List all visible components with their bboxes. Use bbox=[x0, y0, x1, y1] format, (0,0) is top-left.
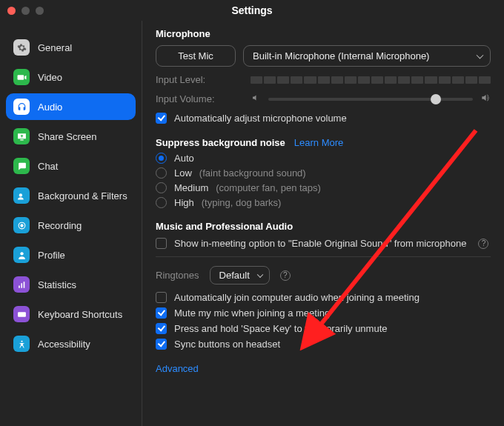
background-filters-icon bbox=[13, 187, 30, 204]
sidebar-item-label: Recording bbox=[38, 220, 82, 231]
sidebar-item-label: Share Screen bbox=[38, 131, 97, 142]
noise-high-label: High bbox=[174, 197, 194, 208]
suppress-noise-heading: Suppress background noise bbox=[156, 137, 285, 148]
svg-point-0 bbox=[19, 193, 21, 196]
noise-medium-hint: (computer fan, pen taps) bbox=[216, 182, 321, 193]
input-volume-slider[interactable] bbox=[268, 93, 473, 105]
help-icon[interactable]: ? bbox=[280, 270, 291, 281]
original-sound-label: Show in-meeting option to "Enable Origin… bbox=[174, 238, 466, 249]
sidebar-item-recording[interactable]: Recording bbox=[6, 212, 136, 239]
accessibility-icon bbox=[13, 336, 30, 352]
window-title: Settings bbox=[0, 4, 504, 16]
original-sound-checkbox[interactable] bbox=[156, 238, 167, 249]
sidebar-item-label: Background & Filters bbox=[38, 190, 127, 202]
auto-adjust-volume-checkbox[interactable] bbox=[156, 113, 167, 124]
sidebar-item-label: Chat bbox=[38, 161, 58, 172]
video-icon bbox=[13, 69, 30, 85]
sidebar-item-background-filters[interactable]: Background & Filters bbox=[6, 182, 136, 209]
volume-high-icon bbox=[480, 93, 491, 105]
svg-point-2 bbox=[20, 224, 22, 226]
space-unmute-checkbox[interactable] bbox=[156, 323, 167, 334]
recording-icon bbox=[13, 217, 30, 233]
sidebar-item-profile[interactable]: Profile bbox=[6, 242, 136, 268]
sidebar-item-label: Keyboard Shortcuts bbox=[38, 309, 122, 320]
gear-icon bbox=[13, 39, 30, 56]
auto-join-audio-checkbox[interactable] bbox=[156, 292, 167, 303]
statistics-icon bbox=[13, 276, 30, 293]
auto-join-audio-label: Automatically join computer audio when j… bbox=[174, 292, 420, 303]
share-screen-icon bbox=[13, 128, 30, 144]
input-level-label: Input Level: bbox=[156, 74, 243, 85]
sidebar-item-label: Audio bbox=[38, 101, 62, 113]
advanced-link[interactable]: Advanced bbox=[156, 363, 199, 374]
volume-low-icon bbox=[251, 93, 261, 104]
input-level-meter bbox=[251, 76, 491, 84]
sidebar-item-label: Profile bbox=[38, 250, 65, 261]
noise-low-hint: (faint background sound) bbox=[199, 167, 306, 179]
microphone-heading: Microphone bbox=[156, 28, 491, 39]
sync-headset-checkbox[interactable] bbox=[156, 339, 167, 350]
noise-medium-radio[interactable] bbox=[156, 182, 167, 193]
space-unmute-label: Press and hold 'Space Key' to temporaril… bbox=[174, 323, 388, 334]
sidebar-item-label: General bbox=[38, 42, 72, 53]
noise-low-radio[interactable] bbox=[156, 167, 167, 179]
learn-more-link[interactable]: Learn More bbox=[294, 137, 343, 148]
sidebar-item-share-screen[interactable]: Share Screen bbox=[6, 123, 136, 150]
test-mic-button[interactable]: Test Mic bbox=[156, 45, 236, 67]
sync-headset-label: Sync buttons on headset bbox=[174, 339, 280, 350]
sidebar-item-label: Statistics bbox=[38, 279, 76, 290]
svg-rect-4 bbox=[18, 312, 26, 317]
sidebar-item-general[interactable]: General bbox=[6, 34, 136, 61]
sidebar-item-label: Accessibility bbox=[38, 339, 90, 350]
ringtones-select[interactable]: Default bbox=[210, 266, 270, 284]
noise-medium-label: Medium bbox=[174, 182, 208, 193]
sidebar: General Video Audio Share Screen Chat bbox=[0, 21, 142, 426]
profile-icon bbox=[13, 247, 30, 263]
music-audio-heading: Music and Professional Audio bbox=[156, 221, 491, 232]
microphone-device-value: Built-in Microphone (Internal Microphone… bbox=[253, 50, 429, 61]
keyboard-icon bbox=[13, 306, 30, 322]
sidebar-item-label: Video bbox=[38, 72, 62, 83]
sidebar-item-keyboard-shortcuts[interactable]: Keyboard Shortcuts bbox=[6, 301, 136, 327]
help-icon[interactable]: ? bbox=[478, 239, 488, 249]
chat-icon bbox=[13, 158, 30, 174]
auto-adjust-volume-label: Automatically adjust microphone volume bbox=[174, 113, 347, 124]
ringtones-label: Ringtones bbox=[156, 270, 199, 281]
noise-auto-label: Auto bbox=[174, 153, 194, 164]
mute-on-join-label: Mute my mic when joining a meeting bbox=[174, 307, 330, 319]
input-volume-label: Input Volume: bbox=[156, 93, 243, 104]
divider bbox=[156, 256, 491, 257]
svg-point-5 bbox=[21, 340, 22, 342]
microphone-device-select[interactable]: Built-in Microphone (Internal Microphone… bbox=[243, 45, 491, 67]
headphones-icon bbox=[13, 99, 30, 115]
mute-on-join-checkbox[interactable] bbox=[156, 307, 167, 319]
noise-auto-radio[interactable] bbox=[156, 153, 167, 164]
sidebar-item-video[interactable]: Video bbox=[6, 64, 136, 90]
titlebar: Settings bbox=[0, 0, 504, 21]
main-panel: Microphone Test Mic Built-in Microphone … bbox=[142, 21, 504, 426]
sidebar-item-chat[interactable]: Chat bbox=[6, 153, 136, 179]
noise-high-hint: (typing, dog barks) bbox=[202, 197, 282, 208]
sidebar-item-accessibility[interactable]: Accessibility bbox=[6, 330, 136, 357]
sidebar-item-audio[interactable]: Audio bbox=[6, 93, 136, 120]
noise-low-label: Low bbox=[174, 167, 192, 179]
svg-point-3 bbox=[20, 252, 23, 255]
sidebar-item-statistics[interactable]: Statistics bbox=[6, 271, 136, 298]
noise-high-radio[interactable] bbox=[156, 197, 167, 208]
ringtones-value: Default bbox=[219, 270, 250, 281]
